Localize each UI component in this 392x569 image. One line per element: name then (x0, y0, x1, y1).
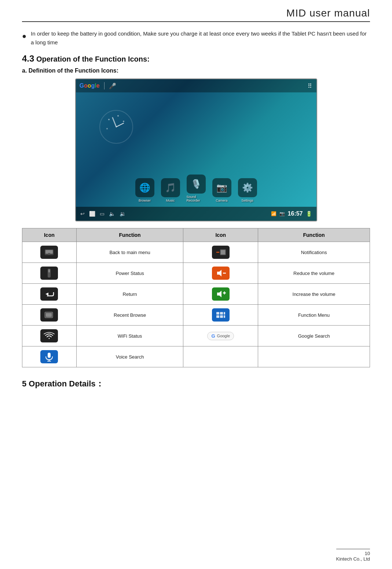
svg-rect-25 (220, 312, 223, 315)
notifications-icon-svg (214, 248, 227, 257)
wifi-status-icon: 📶 (271, 211, 276, 216)
vol-down-icon-svg (215, 269, 227, 277)
table-row: Voice Search (22, 346, 370, 367)
func-cell-vol-up: Increase the volume (258, 284, 370, 305)
col-icon1-header: Icon (22, 228, 77, 242)
svg-rect-30 (48, 353, 51, 358)
icon-cell-vol-down (183, 263, 258, 284)
table-header-row: Icon Function Icon Function (22, 228, 370, 242)
browser-app-icon: 🌐 Browser (135, 178, 154, 202)
table-row: Recent Browse Function Menu (22, 305, 370, 326)
camera-status-icon: 📷 (279, 211, 285, 216)
wifi-icon-box (40, 329, 58, 342)
func-cell-google: Google Search (258, 326, 370, 346)
clock-svg (98, 109, 135, 145)
col-func2-header: Function (258, 228, 370, 242)
tablet-topbar: Google 🎤 ⠿ (76, 79, 316, 92)
section-43-heading: 4.3 Operation of the Function Icons: (22, 54, 370, 64)
icon-cell-wifi (22, 326, 77, 346)
camera-label: Camera (216, 199, 227, 202)
google-icon: G (211, 333, 215, 339)
return-icon-svg (43, 290, 55, 298)
svg-point-4 (117, 115, 119, 117)
topbar-divider (104, 82, 105, 89)
google-logo: Google (80, 82, 100, 89)
col-icon2-header: Icon (183, 228, 258, 242)
section-a-heading: a. Definition of the Function Icons: (22, 67, 370, 74)
recent-icon-svg (43, 311, 55, 319)
bullet-text: In order to keep the battery in good con… (31, 29, 370, 47)
function-table: Icon Function Icon Function Back to main… (22, 228, 370, 367)
svg-marker-15 (217, 270, 221, 276)
voice-icon-svg (44, 352, 54, 362)
page-footer: 10 Kintech Co., Ltd (336, 549, 370, 562)
func-cell-return: Return (76, 284, 183, 305)
func-cell-voice: Voice Search (76, 346, 183, 367)
topbar-right: ⠿ (308, 82, 313, 89)
bullet-item: ● In order to keep the battery in good c… (22, 29, 370, 47)
icon-cell-empty (183, 346, 258, 367)
settings-label: Settings (241, 199, 253, 202)
bullet-dot-icon: ● (22, 30, 26, 42)
power-icon-svg (45, 268, 53, 278)
icon-cell-power (22, 263, 77, 284)
settings-app-icon: ⚙️ Settings (238, 178, 257, 202)
footer-divider (336, 549, 370, 549)
camera-app-icon: 📷 Camera (212, 178, 231, 202)
svg-rect-24 (216, 312, 219, 315)
svg-rect-22 (46, 313, 52, 317)
recorder-app-icon: 🎙️ Sound Recorder (187, 175, 206, 202)
svg-rect-12 (221, 250, 225, 254)
menu-icon-box (212, 308, 230, 322)
icon-cell-vol-up (183, 284, 258, 305)
func-cell-menu: Function Menu (258, 305, 370, 326)
table-row: Back to main menu Notifications (22, 242, 370, 263)
icon-cell-voice (22, 346, 77, 367)
icon-cell-home (22, 242, 77, 263)
music-app-icon: 🎵 Music (161, 178, 180, 202)
browser-label: Browser (139, 199, 151, 202)
recorder-label: Sound Recorder (187, 195, 206, 202)
col-func1-header: Function (76, 228, 183, 242)
func-cell-home: Back to main menu (76, 242, 183, 263)
section-43-label: Operation of the Function Icons: (36, 55, 150, 63)
func-cell-recent: Recent Browse (76, 305, 183, 326)
notifications-icon-box (212, 246, 230, 259)
table-row: Power Status Reduce the volume (22, 263, 370, 284)
svg-rect-14 (48, 269, 50, 272)
mic-icon: 🎤 (109, 82, 116, 89)
vol-up-icon-box (212, 287, 230, 301)
svg-marker-18 (217, 291, 221, 297)
music-icon: 🎵 (161, 178, 180, 197)
menu-icon-svg (215, 311, 227, 319)
icon-cell-notifications (183, 242, 258, 263)
svg-point-3 (108, 119, 110, 120)
vol-down-icon-box (212, 267, 230, 280)
page-number: 10 (336, 551, 370, 556)
vol-down-nav-icon: 🔈 (109, 211, 115, 217)
tablet-screenshot: Google 🎤 ⠿ 🌐 Browser 🎵 Music (75, 78, 317, 221)
voice-icon-box (40, 350, 58, 363)
google-text: Google (217, 334, 230, 338)
func-cell-power: Power Status (76, 263, 183, 284)
svg-line-2 (116, 123, 124, 127)
svg-rect-27 (216, 315, 219, 318)
back-nav-icon: ↩ (80, 211, 85, 217)
svg-rect-28 (220, 315, 223, 318)
svg-rect-26 (224, 312, 225, 315)
grid-icon: ⠿ (308, 82, 313, 89)
google-search-box: G Google (207, 332, 234, 340)
svg-rect-23 (47, 317, 51, 317)
camera-icon: 📷 (212, 178, 231, 197)
page-title: MID user manual (22, 7, 370, 22)
clock-area (98, 109, 142, 153)
svg-point-5 (123, 121, 124, 122)
settings-icon: ⚙️ (238, 178, 257, 197)
func-cell-vol-down: Reduce the volume (258, 263, 370, 284)
music-label: Music (166, 199, 175, 202)
battery-icon: 🔋 (306, 211, 312, 217)
home-icon-svg (44, 248, 54, 256)
section-43-number: 4.3 (22, 54, 34, 63)
company-name: Kintech Co., Ltd (336, 556, 370, 562)
time-display: 16:57 (288, 210, 303, 217)
